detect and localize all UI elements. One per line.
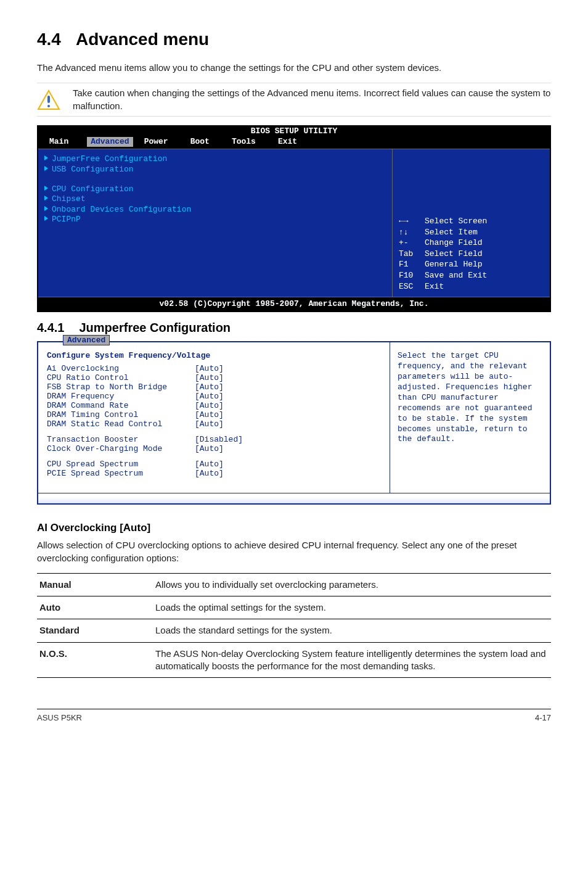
key: F1 [399, 259, 425, 270]
section-heading: 4.4Advanced menu [37, 30, 551, 49]
key-desc: Select Field [425, 249, 483, 258]
ai-heading: AI Overclocking [Auto] [37, 522, 551, 534]
bios-menu-advanced: Advanced [87, 137, 133, 147]
bios-key-help: ←→Select Screen ↑↓Select Item +-Change F… [399, 216, 544, 292]
bios-title: BIOS SETUP UTILITY [38, 125, 550, 136]
bios-menubar: Main Advanced Power Boot Tools Exit [38, 136, 550, 149]
option-key: N.O.S. [37, 642, 153, 678]
opt-label: DRAM Command Rate [47, 401, 195, 410]
opt-value: [Auto] [195, 469, 224, 478]
opt-label: DRAM Timing Control [47, 410, 195, 419]
subsection-title: Jumperfree Configuration [79, 321, 231, 334]
table-row: N.O.S.The ASUS Non-delay Overclocking Sy… [37, 642, 551, 678]
opt-value: [Auto] [195, 364, 224, 373]
key-desc: Save and Exit [425, 271, 487, 280]
opt-label: Clock Over-Charging Mode [47, 444, 195, 453]
opt-value: [Auto] [195, 444, 224, 453]
key: F10 [399, 270, 425, 281]
opt-value: [Auto] [195, 460, 224, 469]
opt-value: [Auto] [195, 373, 224, 382]
bios-menu-boot: Boot [179, 137, 221, 147]
bios-item: JumperFree Configuration [52, 154, 167, 163]
opt-label: CPU Ratio Control [47, 373, 195, 382]
bios-footer: v02.58 (C)Copyright 1985-2007, American … [38, 297, 550, 311]
svg-point-2 [47, 105, 50, 107]
table-row: AutoLoads the optimal settings for the s… [37, 596, 551, 619]
bios-advanced-screen: Advanced Configure System Frequency/Volt… [37, 341, 551, 505]
svg-rect-1 [47, 96, 50, 103]
key-desc: Exit [425, 282, 444, 291]
bios-item: USB Configuration [52, 165, 134, 174]
table-row: ManualAllows you to individually set ove… [37, 573, 551, 596]
key: ESC [399, 281, 425, 292]
subsection-heading: 4.4.1Jumperfree Configuration [37, 321, 551, 335]
opt-label: DRAM Static Read Control [47, 419, 195, 429]
caution-text: Take caution when changing the settings … [73, 87, 551, 112]
subsection-number: 4.4.1 [37, 321, 64, 334]
key: Tab [399, 249, 425, 260]
bios-item: CPU Configuration [52, 184, 134, 194]
footer-right: 4-17 [535, 713, 551, 722]
option-desc: The ASUS Non-delay Overclocking System f… [153, 642, 551, 678]
opt-value: [Auto] [195, 392, 224, 401]
key: +- [399, 237, 425, 249]
opt-value: [Auto] [195, 419, 224, 429]
opt-value: [Auto] [195, 401, 224, 410]
bios-item: PCIPnP [52, 215, 81, 224]
key-desc: Select Screen [425, 217, 487, 226]
bios-menu-power: Power [133, 137, 179, 147]
option-desc: Loads the standard settings for the syst… [153, 619, 551, 642]
section-number: 4.4 [37, 30, 61, 49]
bios-left-panel: JumperFree Configuration USB Configurati… [38, 149, 393, 297]
option-key: Standard [37, 619, 153, 642]
opt-label: Ai Overclocking [47, 364, 195, 373]
footer-left: ASUS P5KR [37, 713, 82, 722]
caution-icon [37, 89, 60, 110]
caution-callout: Take caution when changing the settings … [37, 83, 551, 117]
section-title: Advanced menu [76, 30, 209, 49]
options-table: ManualAllows you to individually set ove… [37, 573, 551, 678]
table-row: StandardLoads the standard settings for … [37, 619, 551, 642]
opt-label: PCIE Spread Spectrum [47, 469, 195, 478]
opt-label: Transaction Booster [47, 435, 195, 444]
advanced-left-panel: Configure System Frequency/Voltage Ai Ov… [38, 342, 390, 493]
option-desc: Allows you to individually set overclock… [153, 573, 551, 596]
bios-item: Onboard Devices Configuration [52, 205, 191, 214]
opt-value: [Disabled] [195, 435, 243, 444]
bios-main-screen: BIOS SETUP UTILITY Main Advanced Power B… [37, 125, 551, 313]
bios-menu-tools: Tools [221, 137, 267, 147]
panel-bottom-decoration [38, 493, 550, 503]
bios-right-panel: ←→Select Screen ↑↓Select Item +-Change F… [393, 149, 550, 297]
opt-value: [Auto] [195, 382, 224, 392]
key-desc: Change Field [425, 238, 483, 247]
key: ↑↓ [399, 227, 425, 238]
bios-menu-exit: Exit [267, 137, 308, 147]
opt-label: FSB Strap to North Bridge [47, 382, 195, 392]
bios-item: Chipset [52, 194, 86, 204]
bios-menu-main: Main [38, 137, 80, 147]
advanced-tab-label: Advanced [63, 335, 110, 345]
ai-description: Allows selection of CPU overclocking opt… [37, 539, 551, 564]
option-key: Auto [37, 596, 153, 619]
key: ←→ [399, 216, 425, 227]
intro-text: The Advanced menu items allow you to cha… [37, 62, 551, 74]
opt-label: CPU Spread Spectrum [47, 460, 195, 469]
advanced-header: Configure System Frequency/Voltage [47, 351, 383, 360]
opt-value: [Auto] [195, 410, 224, 419]
option-key: Manual [37, 573, 153, 596]
advanced-help-text: Select the target CPU frequency, and the… [390, 342, 550, 493]
opt-label: DRAM Frequency [47, 392, 195, 401]
key-desc: General Help [425, 260, 483, 269]
page-footer: ASUS P5KR 4-17 [37, 709, 551, 722]
key-desc: Select Item [425, 228, 478, 237]
option-desc: Loads the optimal settings for the syste… [153, 596, 551, 619]
